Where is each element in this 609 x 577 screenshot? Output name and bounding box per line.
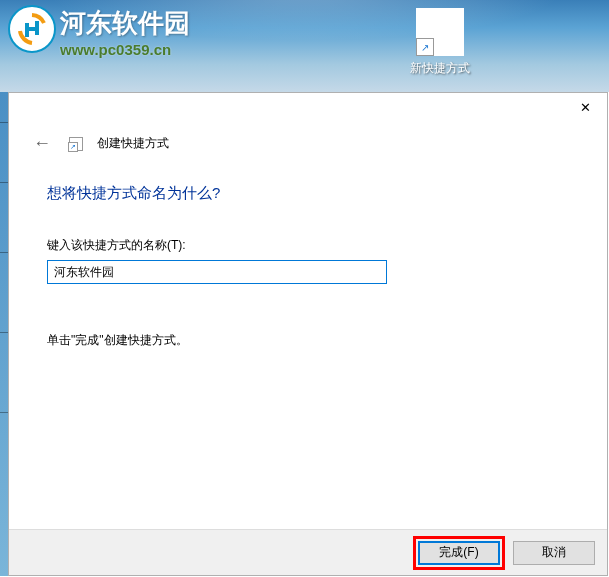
- create-shortcut-dialog: ✕ ← 创建快捷方式 想将快捷方式命名为什么? 键入该快捷方式的名称(T): 单…: [8, 92, 608, 576]
- shortcut-file-icon: [416, 8, 464, 56]
- finish-button[interactable]: 完成(F): [418, 541, 500, 565]
- svg-rect-2: [25, 27, 39, 31]
- dialog-hint: 单击"完成"创建快捷方式。: [47, 332, 569, 349]
- watermark-logo: [8, 5, 56, 53]
- close-button[interactable]: ✕: [569, 97, 601, 117]
- cancel-button[interactable]: 取消: [513, 541, 595, 565]
- dialog-question: 想将快捷方式命名为什么?: [47, 184, 569, 203]
- back-arrow-icon[interactable]: ←: [29, 129, 55, 158]
- close-icon: ✕: [580, 100, 591, 115]
- watermark-title: 河东软件园: [60, 6, 190, 41]
- dialog-title: 创建快捷方式: [97, 135, 169, 152]
- desktop-shortcut[interactable]: 新快捷方式: [405, 8, 475, 77]
- watermark-url: www.pc0359.cn: [60, 41, 190, 58]
- shortcut-label: 新快捷方式: [405, 60, 475, 77]
- input-label: 键入该快捷方式的名称(T):: [47, 237, 569, 254]
- finish-button-highlight: 完成(F): [413, 536, 505, 570]
- dialog-header: ← 创建快捷方式: [9, 93, 607, 166]
- shortcut-name-input[interactable]: [47, 260, 387, 284]
- dialog-body: 想将快捷方式命名为什么? 键入该快捷方式的名称(T): 单击"完成"创建快捷方式…: [9, 166, 607, 367]
- watermark-text: 河东软件园 www.pc0359.cn: [60, 6, 190, 58]
- dialog-footer: 完成(F) 取消: [9, 529, 607, 575]
- left-background-strip: [0, 92, 8, 576]
- shortcut-header-icon: [69, 137, 83, 151]
